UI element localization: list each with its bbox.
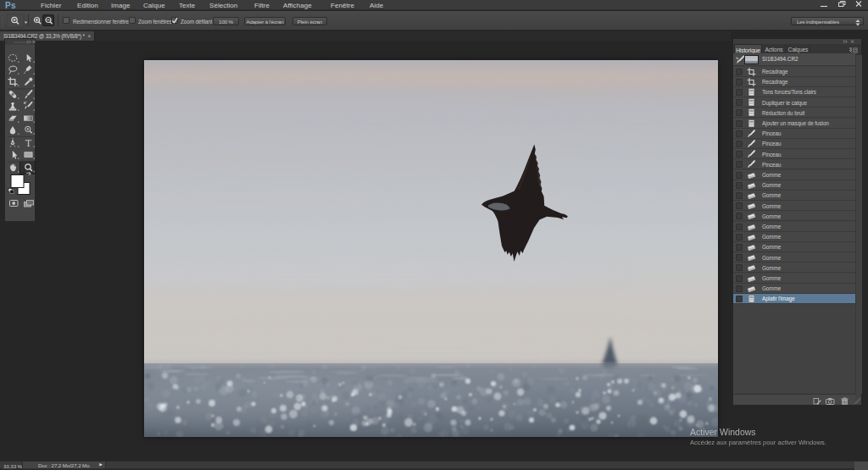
svg-text:T: T: [25, 138, 31, 148]
